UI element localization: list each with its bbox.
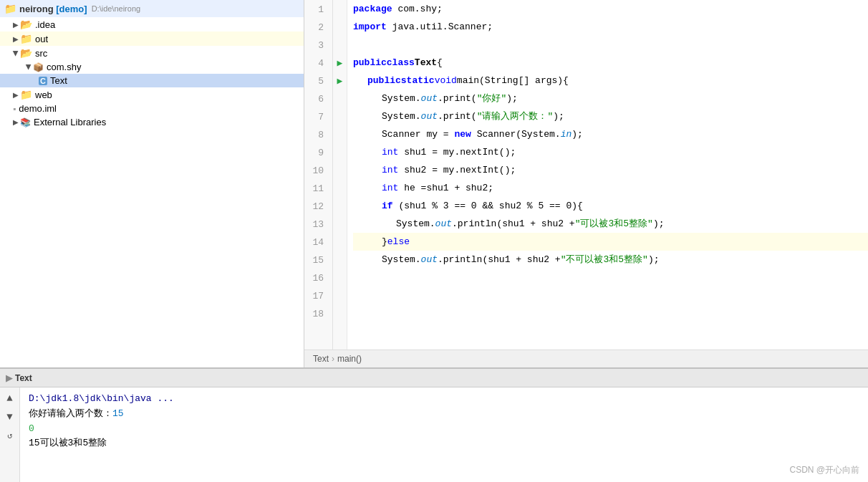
iml-icon: ▪ xyxy=(13,104,16,114)
sidebar-item-web[interactable]: ▶ 📁 web xyxy=(0,87,304,102)
folder-open-icon: 📂 xyxy=(20,47,32,59)
code-line-13: System.out.println(shu1 + shu2 +"可以被3和5整… xyxy=(353,215,868,233)
run-panel-header: ▶ Text xyxy=(0,369,868,387)
code-line-11: int he =shu1 + shu2; xyxy=(353,179,868,197)
folder-icon: 📁 xyxy=(20,89,32,100)
package-icon: 📦 xyxy=(33,62,44,72)
root-label: neirong [demo] xyxy=(19,4,87,14)
code-line-3 xyxy=(353,36,868,54)
code-line-6: System.out.print("你好"); xyxy=(353,90,868,107)
run-panel-body: ▲ ▼ ↺ D:\jdk1.8\jdk\bin\java ... 你好请输入两个… xyxy=(0,387,868,482)
code-editor: 1 2 3 4 5 6 7 8 9 10 11 12 13 14 15 16 1… xyxy=(304,0,868,367)
sidebar-item-label: External Libraries xyxy=(34,117,106,127)
sidebar-item-label: .idea xyxy=(35,19,55,30)
code-line-9: int shu1 = my.nextInt(); xyxy=(353,143,868,161)
arrow-icon: ▶ xyxy=(13,91,19,99)
scroll-down-button[interactable]: ▼ xyxy=(2,409,18,425)
sidebar-item-label: com.shy xyxy=(47,62,81,72)
folder-icon: 📁 xyxy=(20,33,32,44)
code-line-5: public static void main(String[] args){ xyxy=(353,72,868,90)
code-line-4: public class Text { xyxy=(353,54,868,72)
sidebar-item-label: src xyxy=(35,48,47,59)
code-line-16 xyxy=(353,269,868,286)
run-tab-label: Text xyxy=(15,373,32,383)
run-main-icon[interactable]: ▶ xyxy=(333,72,347,90)
code-line-18 xyxy=(353,304,868,322)
output-line-2: 你好请输入两个数：15 xyxy=(29,407,859,422)
sidebar-item-src[interactable]: ▶ 📂 src xyxy=(0,46,304,60)
sidebar-item-idea[interactable]: ▶ 📂 .idea xyxy=(0,17,304,32)
run-tab[interactable]: ▶ Text xyxy=(6,373,32,383)
code-line-14: }else xyxy=(353,233,868,251)
run-output: D:\jdk1.8\jdk\bin\java ... 你好请输入两个数：15 0… xyxy=(20,387,868,482)
code-line-15: System.out.println(shu1 + shu2 +"不可以被3和5… xyxy=(353,251,868,269)
java-file-icon: C xyxy=(39,77,47,85)
breadcrumb-class[interactable]: Text xyxy=(313,354,329,364)
file-tree: 📁 neirong [demo] D:\ide\neirong ▶ 📂 .ide… xyxy=(0,0,304,367)
tree-root[interactable]: 📁 neirong [demo] D:\ide\neirong xyxy=(0,0,304,17)
run-icon: ▶ xyxy=(6,373,12,383)
code-line-1: package com.shy; xyxy=(353,0,868,18)
code-line-2: import java.util.Scanner; xyxy=(353,18,868,36)
arrow-icon: ▶ xyxy=(12,50,20,56)
watermark: CSDN @开心向前 xyxy=(789,464,859,476)
line-numbers: 1 2 3 4 5 6 7 8 9 10 11 12 13 14 15 16 1… xyxy=(304,0,333,350)
arrow-icon: ▶ xyxy=(13,118,19,126)
rerun-button[interactable]: ↺ xyxy=(2,428,18,443)
breadcrumb-method[interactable]: main() xyxy=(337,354,362,364)
sidebar-item-comshy[interactable]: ▶ 📦 com.shy xyxy=(0,60,304,74)
arrow-icon: ▶ xyxy=(13,21,19,29)
output-line-1: D:\jdk1.8\jdk\bin\java ... xyxy=(29,392,859,407)
folder-icon: 📂 xyxy=(20,19,32,30)
run-class-icon[interactable]: ▶ xyxy=(333,54,347,72)
arrow-icon: ▶ xyxy=(25,64,33,70)
sidebar-item-label: demo.iml xyxy=(19,103,57,114)
output-line-4: 15可以被3和5整除 xyxy=(29,436,859,451)
sidebar-item-out[interactable]: ▶ 📁 out xyxy=(0,32,304,46)
sidebar-item-label: Text xyxy=(50,75,67,86)
sidebar-item-demoliml[interactable]: ▪ demo.iml xyxy=(0,102,304,115)
lib-icon: 📚 xyxy=(20,117,31,127)
breadcrumb: Text › main() xyxy=(304,350,868,367)
code-content[interactable]: package com.shy; import java.util.Scanne… xyxy=(347,0,868,350)
run-controls: ▲ ▼ ↺ xyxy=(0,387,20,482)
arrow-icon: ▶ xyxy=(13,35,19,43)
run-panel: ▶ Text ▲ ▼ ↺ D:\jdk1.8\jdk\bin\java ... … xyxy=(0,367,868,482)
sidebar-item-label: web xyxy=(35,90,52,100)
code-line-10: int shu2 = my.nextInt(); xyxy=(353,161,868,179)
sidebar-item-label: out xyxy=(35,34,48,44)
scroll-up-button[interactable]: ▲ xyxy=(2,390,18,406)
root-path: D:\ide\neirong xyxy=(92,4,141,13)
code-line-17 xyxy=(353,286,868,304)
run-gutter: ▶ ▶ xyxy=(333,0,347,350)
project-icon: 📁 xyxy=(4,3,16,14)
output-line-3: 0 xyxy=(29,422,859,437)
sidebar-item-external-libs[interactable]: ▶ 📚 External Libraries xyxy=(0,115,304,129)
code-line-7: System.out.print("请输入两个数："); xyxy=(353,107,868,125)
code-line-12: if (shu1 % 3 == 0 && shu2 % 5 == 0){ xyxy=(353,197,868,215)
breadcrumb-sep: › xyxy=(332,354,334,364)
sidebar-item-text[interactable]: C Text xyxy=(0,74,304,87)
code-line-8: Scanner my = new Scanner(System.in); xyxy=(353,125,868,143)
